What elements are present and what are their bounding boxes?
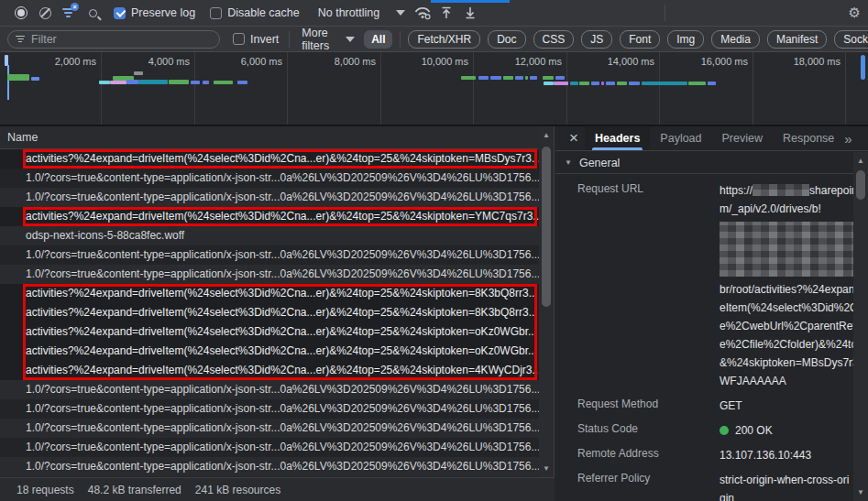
- field-referrer-policy: Referrer Policystrict-origin-when-cross-…: [577, 471, 853, 501]
- request-row[interactable]: activities?%24expand=driveItem(%24select…: [0, 303, 539, 322]
- request-row[interactable]: activities?%24expand=driveItem(%24select…: [0, 149, 539, 169]
- field-label: Referrer Policy: [577, 471, 720, 501]
- request-row[interactable]: activities?%24expand=driveItem(%24select…: [0, 342, 539, 361]
- filter-pill-socket[interactable]: Socket: [834, 30, 868, 49]
- request-row[interactable]: 1.0/?cors=true&content-type=application/…: [0, 380, 539, 399]
- timeline-tick-label: 4,000 ms: [148, 56, 194, 67]
- request-count: 18 requests: [16, 484, 74, 496]
- request-row[interactable]: 1.0/?cors=true&content-type=application/…: [0, 265, 539, 284]
- request-row[interactable]: 1.0/?cors=true&content-type=application/…: [0, 438, 539, 457]
- request-row[interactable]: odsp-next-icons-5-88ca8fec.woff: [0, 226, 539, 245]
- section-triangle-icon: ▼: [565, 158, 572, 167]
- resource-type-filters: AllFetch/XHRDocCSSJSFontImgMediaManifest…: [364, 30, 868, 49]
- network-overview-timeline[interactable]: 2,000 ms4,000 ms6,000 ms8,000 ms10,000 m…: [0, 52, 868, 126]
- waterfall-bar: [525, 76, 528, 80]
- filter-toggle-button[interactable]: ×: [57, 2, 81, 24]
- request-row[interactable]: 1.0/?cors=true&content-type=application/…: [0, 245, 539, 265]
- tab-overflow-icon[interactable]: »: [844, 131, 852, 147]
- waterfall-bar: [478, 76, 489, 80]
- more-filters-button[interactable]: More filters: [302, 27, 355, 52]
- export-har-button[interactable]: [458, 2, 482, 24]
- timeline-tick-label: 8,000 ms: [335, 56, 380, 67]
- filter-pill-css[interactable]: CSS: [533, 30, 575, 49]
- waterfall-bar: [617, 82, 627, 85]
- tab-preview[interactable]: Preview: [712, 126, 773, 150]
- settings-gear-button[interactable]: ⚙: [849, 5, 861, 21]
- throttling-select[interactable]: No throttling: [318, 6, 405, 19]
- filter-pill-all[interactable]: All: [364, 30, 392, 49]
- filter-pill-img[interactable]: Img: [667, 30, 704, 49]
- request-list-scrollbar[interactable]: ▲ ▼: [539, 126, 554, 477]
- filter-input-icon: [16, 36, 25, 43]
- invert-checkbox[interactable]: [233, 33, 245, 45]
- request-row[interactable]: 1.0/?cors=true&content-type=application/…: [0, 169, 539, 188]
- scroll-down-icon[interactable]: ▼: [853, 488, 868, 496]
- import-har-button[interactable]: [434, 2, 458, 24]
- details-scrollbar[interactable]: ▲ ▼: [853, 152, 868, 501]
- field-label: Request URL: [577, 181, 720, 390]
- headers-tab-content: ▼ General Request URLhttps://sharepoint.…: [555, 152, 853, 501]
- network-conditions-button[interactable]: [411, 2, 434, 24]
- timeline-tick-label: 2,000 ms: [55, 56, 101, 67]
- record-button[interactable]: [9, 2, 33, 24]
- status-ok-icon: [720, 426, 729, 435]
- filter-pill-doc[interactable]: Doc: [488, 30, 525, 49]
- request-row[interactable]: activities?%24expand=driveItem(%24select…: [0, 207, 539, 226]
- scroll-down-icon[interactable]: ▼: [539, 464, 554, 473]
- timeline-gridline: [753, 52, 753, 125]
- network-toolbar: × Preserve log Disable cache No throttli…: [0, 0, 868, 27]
- request-row[interactable]: activities?%24expand=driveItem(%24select…: [0, 361, 539, 380]
- filter-pill-manifest[interactable]: Manifest: [767, 30, 827, 49]
- filter-pill-fetch-xhr[interactable]: Fetch/XHR: [408, 30, 480, 49]
- scrollbar-thumb[interactable]: [856, 170, 865, 200]
- waterfall-bar: [203, 81, 209, 84]
- timeline-gridline: [473, 52, 474, 125]
- overview-scrollbar-thumb[interactable]: [861, 55, 865, 80]
- scroll-up-icon[interactable]: ▲: [539, 131, 554, 139]
- tab-response[interactable]: Response: [773, 126, 844, 150]
- filter-pill-font[interactable]: Font: [620, 30, 660, 49]
- timeline-gridline: [659, 52, 660, 125]
- annotation-red-box: activities?%24expand=driveItem(%24select…: [0, 149, 539, 169]
- field-value: strict-origin-when-cross-origin: [720, 471, 853, 501]
- waterfall-bar: [237, 81, 247, 84]
- tab-headers[interactable]: Headers: [585, 126, 650, 150]
- waterfall-bar: [601, 82, 604, 85]
- search-button[interactable]: [81, 2, 104, 24]
- waterfall-bar: [708, 82, 716, 85]
- request-row[interactable]: 1.0/?cors=true&content-type=application/…: [0, 399, 539, 419]
- scroll-up-icon[interactable]: ▲: [853, 157, 868, 165]
- waterfall-bar: [543, 76, 554, 80]
- request-row[interactable]: activities?%24expand=driveItem(%24select…: [0, 322, 539, 342]
- network-conditions-icon: [413, 5, 432, 20]
- clear-button[interactable]: [33, 2, 57, 24]
- request-row[interactable]: 1.0/?cors=true&content-type=application/…: [0, 419, 539, 438]
- preserve-log-checkbox[interactable]: [114, 7, 126, 19]
- timeline-gridline: [287, 52, 288, 125]
- disable-cache-checkbox[interactable]: [210, 7, 222, 19]
- import-har-icon: [439, 5, 454, 20]
- throttling-value: No throttling: [318, 6, 379, 19]
- filter-input[interactable]: Filter: [7, 30, 220, 49]
- field-remote-address: Remote Address13.107.136.10:443: [577, 446, 853, 464]
- record-icon: [15, 6, 27, 19]
- filter-pill-js[interactable]: JS: [581, 30, 612, 49]
- filter-placeholder: Filter: [31, 33, 57, 46]
- waterfall-bar: [126, 80, 138, 84]
- filter-pill-media[interactable]: Media: [711, 30, 760, 49]
- scrollbar-thumb[interactable]: [542, 147, 551, 307]
- field-value: 200 OK: [720, 421, 853, 440]
- request-row[interactable]: activities?%24expand=driveItem(%24select…: [0, 284, 539, 303]
- tab-payload[interactable]: Payload: [650, 126, 711, 150]
- request-row[interactable]: 1.0/?cors=true&content-type=application/…: [0, 188, 539, 207]
- field-value: GET: [720, 397, 853, 415]
- field-request-url: Request URLhttps://sharepoint.com/_api/v…: [577, 181, 853, 390]
- general-section-header[interactable]: ▼ General: [555, 152, 853, 174]
- toolbar-divider: [665, 5, 665, 21]
- request-row[interactable]: 1.0/?cors=true&content-type=application/…: [0, 457, 539, 476]
- timeline-gridline: [380, 52, 381, 125]
- close-icon[interactable]: ×: [563, 127, 585, 149]
- waterfall-bar: [579, 82, 589, 85]
- name-column-header[interactable]: Name: [0, 126, 554, 149]
- waterfall-bar: [688, 82, 706, 85]
